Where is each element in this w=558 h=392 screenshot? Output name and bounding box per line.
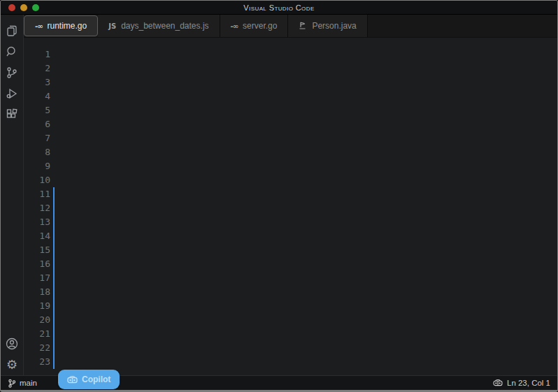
go-file-icon: -∞ [231, 22, 238, 30]
js-file-icon: JS [108, 22, 116, 30]
activity-bar: ⚙ [1, 15, 24, 375]
code-line[interactable]: 5 [24, 103, 557, 117]
line-number: 14 [24, 229, 55, 243]
copilot-button[interactable]: Copilot [58, 370, 120, 389]
line-number: 2 [24, 61, 55, 75]
active-bracket-guide [53, 187, 55, 369]
line-number: 19 [24, 299, 55, 313]
branch-indicator[interactable]: main [8, 379, 37, 388]
tab-label: runtime.go [47, 21, 87, 31]
tab-days-between-dates-js[interactable]: JS days_between_dates.js [98, 15, 220, 37]
line-number: 11 [24, 187, 55, 201]
copilot-status-icon[interactable] [493, 379, 503, 388]
line-number: 17 [24, 271, 55, 285]
line-number: 5 [24, 103, 55, 117]
run-and-debug-icon[interactable] [2, 83, 22, 104]
line-number: 21 [24, 327, 55, 341]
window-title: Visual Studio Code [1, 3, 557, 12]
line-number: 13 [24, 215, 55, 229]
code-line[interactable]: 6 [24, 117, 557, 131]
code-line[interactable]: 4 [24, 89, 557, 103]
line-number: 3 [24, 75, 55, 89]
accounts-icon[interactable] [2, 333, 22, 354]
tab-person-java[interactable]: Person.java [288, 15, 367, 37]
code-line[interactable]: 2 [24, 61, 557, 75]
extensions-icon[interactable] [2, 104, 22, 125]
copilot-label: Copilot [82, 375, 110, 384]
tab-runtime-go[interactable]: -∞ runtime.go [24, 15, 98, 36]
line-number: 4 [24, 89, 55, 103]
line-number: 16 [24, 257, 55, 271]
code-line[interactable]: 8 [24, 145, 557, 159]
code-line[interactable]: 16 [24, 257, 557, 271]
line-number: 8 [24, 145, 55, 159]
java-file-icon [299, 21, 307, 31]
tab-label: server.go [243, 21, 277, 31]
code-line[interactable]: 19 [24, 299, 557, 313]
search-icon[interactable] [2, 41, 22, 62]
code-line[interactable]: 1 [24, 48, 557, 61]
code-line[interactable]: 18 [24, 285, 557, 299]
code-line[interactable]: 7 [24, 131, 557, 145]
go-file-icon: -∞ [35, 22, 42, 30]
code-line[interactable]: 9 [24, 159, 557, 173]
copilot-icon [67, 375, 78, 384]
code-editor[interactable]: 1234567891011121314151617181920212223 [24, 38, 557, 375]
code-line[interactable]: 3 [24, 75, 557, 89]
code-line[interactable]: 13 [24, 215, 557, 229]
code-line[interactable]: 14 [24, 229, 557, 243]
line-number: 15 [24, 243, 55, 257]
code-line[interactable]: 10 [24, 173, 557, 187]
tab-label: days_between_dates.js [121, 21, 208, 31]
tab-server-go[interactable]: -∞ server.go [220, 15, 289, 37]
code-line[interactable]: 23 [24, 355, 557, 369]
line-number: 9 [24, 159, 55, 173]
source-control-icon[interactable] [2, 62, 22, 83]
line-number: 6 [24, 117, 55, 131]
line-number: 23 [24, 355, 55, 369]
line-number: 1 [24, 48, 55, 61]
branch-name: main [20, 379, 37, 387]
line-number: 10 [24, 173, 55, 187]
line-number: 7 [24, 131, 55, 145]
code-line[interactable]: 17 [24, 271, 557, 285]
code-line[interactable]: 21 [24, 327, 557, 341]
code-line[interactable]: 20 [24, 313, 557, 327]
line-number: 12 [24, 201, 55, 215]
line-number: 20 [24, 313, 55, 327]
cursor-position-indicator[interactable]: Ln 23, Col 1 [507, 379, 550, 387]
git-branch-icon [8, 379, 16, 388]
tab-bar: -∞ runtime.go JS days_between_dates.js -… [24, 15, 557, 38]
line-number: 22 [24, 341, 55, 355]
code-line[interactable]: 12 [24, 201, 557, 215]
code-line[interactable]: 15 [24, 243, 557, 257]
tab-label: Person.java [312, 21, 356, 31]
vscode-window: Visual Studio Code ⚙ [0, 0, 558, 392]
explorer-icon[interactable] [2, 20, 22, 41]
title-bar: Visual Studio Code [1, 1, 557, 15]
code-line[interactable]: 22 [24, 341, 557, 355]
settings-gear-icon[interactable]: ⚙ [2, 354, 22, 375]
code-line[interactable]: 11 [24, 187, 557, 201]
line-number: 18 [24, 285, 55, 299]
